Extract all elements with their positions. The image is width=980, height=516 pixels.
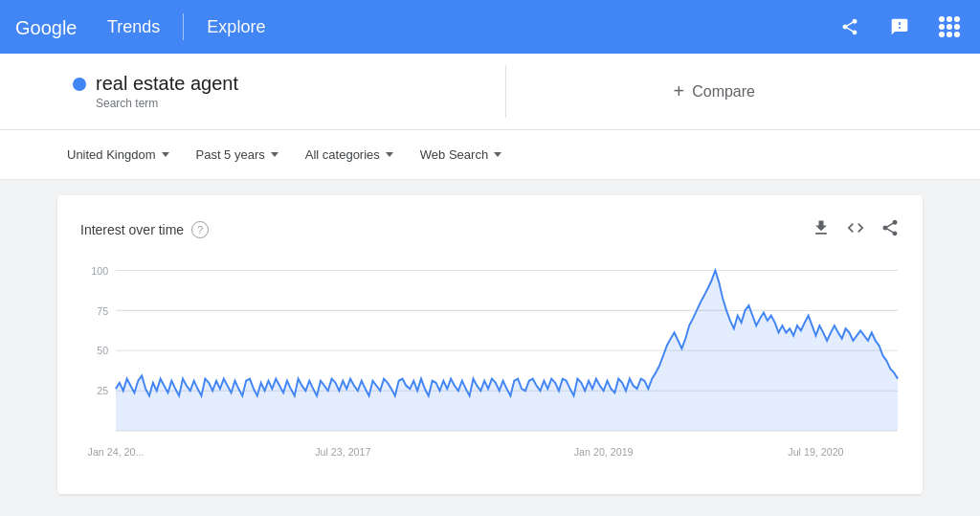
apps-icon-header[interactable] bbox=[934, 11, 965, 42]
info-icon[interactable]: ? bbox=[191, 221, 209, 238]
compare-label: Compare bbox=[692, 83, 755, 101]
svg-text:50: 50 bbox=[97, 345, 108, 356]
svg-text:Jan 20, 2019: Jan 20, 2019 bbox=[574, 446, 634, 458]
filter-bar: United Kingdom Past 5 years All categori… bbox=[0, 130, 980, 180]
download-icon[interactable] bbox=[812, 218, 831, 241]
chart-container: 100 75 50 25 Jan 24, 20... Jul 23, 2017 … bbox=[80, 260, 900, 471]
region-filter[interactable]: United Kingdom bbox=[57, 142, 179, 168]
search-type-label: Web Search bbox=[420, 147, 488, 162]
chart-title: Interest over time bbox=[80, 222, 184, 237]
svg-text:Jul 19, 2020: Jul 19, 2020 bbox=[788, 446, 843, 458]
explore-label: Explore bbox=[207, 17, 265, 37]
search-area: real estate agent Search term + Compare bbox=[0, 54, 980, 130]
search-term-box: real estate agent Search term bbox=[57, 65, 506, 118]
svg-text:25: 25 bbox=[97, 385, 108, 396]
time-range-label: Past 5 years bbox=[196, 147, 265, 162]
search-term-text: real estate agent bbox=[96, 73, 238, 95]
chart-header: Interest over time ? bbox=[80, 218, 900, 241]
svg-text:Jan 24, 20...: Jan 24, 20... bbox=[88, 446, 145, 458]
time-range-filter[interactable]: Past 5 years bbox=[187, 142, 288, 168]
categories-filter[interactable]: All categories bbox=[296, 142, 403, 168]
svg-text:75: 75 bbox=[97, 304, 108, 316]
google-trends-logo: Google Trends bbox=[15, 13, 160, 40]
compare-box[interactable]: + Compare bbox=[506, 65, 924, 118]
grid-icon bbox=[939, 16, 960, 37]
compare-plus-icon: + bbox=[674, 80, 685, 102]
logo-trends-text: Trends bbox=[107, 17, 160, 37]
search-term-label: Search term bbox=[96, 97, 490, 110]
search-term-header: real estate agent bbox=[73, 73, 490, 95]
term-color-indicator bbox=[73, 78, 86, 91]
categories-chevron-icon bbox=[386, 152, 393, 157]
feedback-icon-header[interactable] bbox=[884, 11, 915, 42]
categories-label: All categories bbox=[305, 147, 380, 162]
region-chevron-icon bbox=[162, 152, 169, 157]
header-icons bbox=[835, 11, 965, 42]
interest-over-time-chart: 100 75 50 25 Jan 24, 20... Jul 23, 2017 … bbox=[80, 260, 900, 471]
time-range-chevron-icon bbox=[271, 152, 278, 157]
svg-text:Google: Google bbox=[15, 17, 78, 38]
search-type-chevron-icon bbox=[494, 152, 501, 157]
share-icon-header[interactable] bbox=[835, 11, 865, 42]
chart-card: Interest over time ? bbox=[57, 195, 923, 494]
svg-text:Jul 23, 2017: Jul 23, 2017 bbox=[315, 446, 370, 458]
svg-text:100: 100 bbox=[91, 264, 108, 276]
header: Google Trends Explore bbox=[0, 0, 980, 54]
search-type-filter[interactable]: Web Search bbox=[411, 142, 511, 168]
header-left: Google Trends Explore bbox=[15, 13, 265, 40]
google-logo-svg: Google bbox=[15, 13, 103, 40]
header-divider bbox=[183, 13, 184, 40]
embed-code-icon[interactable] bbox=[846, 218, 865, 241]
share-icon-chart[interactable] bbox=[880, 218, 900, 241]
chart-actions bbox=[812, 218, 900, 241]
chart-title-area: Interest over time ? bbox=[80, 221, 209, 238]
region-label: United Kingdom bbox=[67, 147, 156, 162]
main-content: Interest over time ? bbox=[0, 180, 980, 509]
